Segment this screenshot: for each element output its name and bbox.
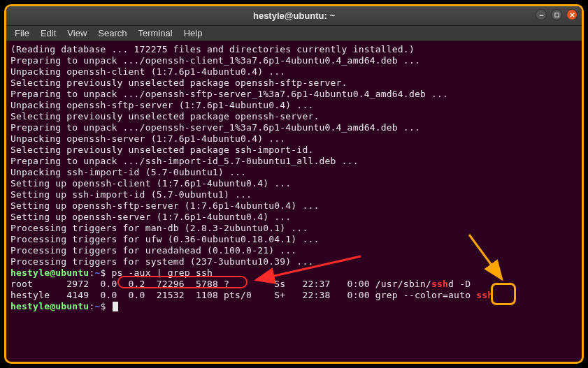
output-text: Selecting previously unselected package … xyxy=(10,78,347,88)
output-text: Unpacking openssh-server (1:7.6p1-4ubunt… xyxy=(10,133,285,144)
maximize-button[interactable] xyxy=(551,9,562,20)
output-text: $ xyxy=(100,301,111,311)
output-text: $ ps -aux | grep ssh xyxy=(100,267,213,278)
terminal-line: Setting up openssh-server (1:7.6p1-4ubun… xyxy=(10,212,578,223)
output-text: Setting up ssh-import-id (5.7-0ubuntu1) … xyxy=(10,189,252,200)
terminal-line: Preparing to unpack .../openssh-client_1… xyxy=(10,55,578,66)
terminal-line: Setting up openssh-client (1:7.6p1-4ubun… xyxy=(10,178,578,189)
output-text: Selecting previously unselected package … xyxy=(10,145,313,155)
output-text: Unpacking ssh-import-id (5.7-0ubuntu1) .… xyxy=(10,167,246,177)
terminal-line: (Reading database ... 172275 files and d… xyxy=(10,44,578,55)
output-text: Processing triggers for ureadahead (0.10… xyxy=(10,245,296,256)
terminal-line: Selecting previously unselected package … xyxy=(10,145,578,156)
terminal-line: Unpacking openssh-server (1:7.6p1-4ubunt… xyxy=(10,133,578,145)
terminal-line: Processing triggers for ureadahead (0.10… xyxy=(10,245,578,256)
prompt-text: hestyle@ubuntu xyxy=(10,301,89,311)
terminal-line: Setting up ssh-import-id (5.7-0ubuntu1) … xyxy=(10,189,578,200)
output-text: (Reading database ... 172275 files and d… xyxy=(10,44,415,54)
menu-view[interactable]: View xyxy=(62,27,92,40)
terminal-line: Selecting previously unselected package … xyxy=(10,78,578,89)
terminal-window: hestyle@ubuntu: ~ File Edit View Search … xyxy=(4,4,584,364)
output-text: Processing triggers for ufw (0.36-0ubunt… xyxy=(10,234,319,244)
terminal-line: Preparing to unpack .../openssh-server_1… xyxy=(10,122,578,133)
output-text: Setting up openssh-server (1:7.6p1-4ubun… xyxy=(10,212,291,222)
prompt-text: hestyle@ubuntu xyxy=(10,267,89,278)
menu-terminal[interactable]: Terminal xyxy=(133,27,178,40)
menubar: File Edit View Search Terminal Help xyxy=(6,26,582,41)
terminal-line: Processing triggers for ufw (0.36-0ubunt… xyxy=(10,234,578,245)
terminal-line: Setting up openssh-sftp-server (1:7.6p1-… xyxy=(10,200,578,212)
minimize-button[interactable] xyxy=(536,9,547,20)
window-title: hestyle@ubuntu: ~ xyxy=(253,10,335,21)
output-text: Setting up openssh-sftp-server (1:7.6p1-… xyxy=(10,200,319,211)
output-text: Preparing to unpack .../ssh-import-id_5.… xyxy=(10,156,359,166)
menu-file[interactable]: File xyxy=(9,27,35,40)
output-text: Unpacking openssh-client (1:7.6p1-4ubunt… xyxy=(10,66,285,77)
output-text: Preparing to unpack .../openssh-sftp-ser… xyxy=(10,89,448,99)
terminal-line: Preparing to unpack .../ssh-import-id_5.… xyxy=(10,156,578,167)
output-text: hestyle 4149 0.0 0.0 21532 1108 pts/0 S+… xyxy=(10,290,476,300)
output-text: d -D xyxy=(448,279,471,289)
menu-edit[interactable]: Edit xyxy=(35,27,62,40)
terminal-line: root 2972 0.0 0.2 72296 5788 ? Ss 22:37 … xyxy=(10,279,578,290)
grep-highlight: ssh xyxy=(431,279,448,289)
terminal-line: Unpacking ssh-import-id (5.7-0ubuntu1) .… xyxy=(10,167,578,178)
terminal-line: Processing triggers for systemd (237-3ub… xyxy=(10,256,578,267)
menu-help[interactable]: Help xyxy=(178,27,208,40)
terminal-line: hestyle@ubuntu:~$ xyxy=(10,301,578,312)
grep-highlight: ssh xyxy=(476,290,493,300)
output-text: Setting up openssh-client (1:7.6p1-4ubun… xyxy=(10,178,291,189)
window-controls xyxy=(536,9,578,20)
output-text: Preparing to unpack .../openssh-server_1… xyxy=(10,122,420,133)
menu-search[interactable]: Search xyxy=(92,27,132,40)
minimize-icon xyxy=(538,12,545,18)
terminal-line: Selecting previously unselected package … xyxy=(10,111,578,122)
output-text: Unpacking openssh-sftp-server (1:7.6p1-4… xyxy=(10,100,313,110)
output-text: root 2972 0.0 0.2 72296 5788 ? Ss 22:37 … xyxy=(10,279,431,289)
terminal-line: hestyle 4149 0.0 0.0 21532 1108 pts/0 S+… xyxy=(10,290,578,301)
output-text: Processing triggers for man-db (2.8.3-2u… xyxy=(10,223,308,233)
svg-rect-1 xyxy=(554,13,558,16)
cursor xyxy=(113,302,118,311)
output-text: Selecting previously unselected package … xyxy=(10,111,319,122)
output-text: Processing triggers for systemd (237-3ub… xyxy=(10,256,313,267)
terminal-area[interactable]: (Reading database ... 172275 files and d… xyxy=(6,41,582,362)
terminal-line: Preparing to unpack .../openssh-sftp-ser… xyxy=(10,89,578,100)
terminal-line: Processing triggers for man-db (2.8.3-2u… xyxy=(10,223,578,234)
close-button[interactable] xyxy=(566,9,578,20)
terminal-line: hestyle@ubuntu:~$ ps -aux | grep ssh xyxy=(10,267,578,279)
close-icon xyxy=(569,12,575,18)
terminal-line: Unpacking openssh-client (1:7.6p1-4ubunt… xyxy=(10,66,578,78)
maximize-icon xyxy=(554,12,560,18)
titlebar[interactable]: hestyle@ubuntu: ~ xyxy=(6,6,582,26)
output-text: Preparing to unpack .../openssh-client_1… xyxy=(10,55,420,66)
terminal-line: Unpacking openssh-sftp-server (1:7.6p1-4… xyxy=(10,100,578,111)
